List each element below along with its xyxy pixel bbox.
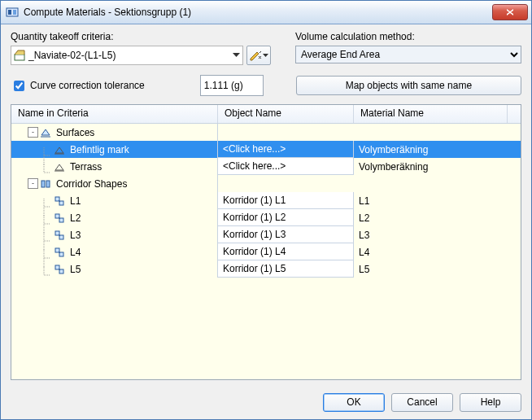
tree-expander[interactable]: -	[28, 127, 38, 138]
object-name-cell[interactable]: <Click here...>	[218, 158, 354, 175]
material-name-cell[interactable]: Volymberäkning	[354, 158, 521, 175]
shape-icon	[54, 230, 65, 241]
object-name-cell[interactable]: Korridor (1) L4	[218, 243, 354, 260]
qto-criteria-edit-button[interactable]	[246, 46, 271, 65]
material-name-cell[interactable]: Volymberäkning	[354, 141, 521, 158]
tree-item-row[interactable]: L1Korridor (1) L1L1	[11, 192, 521, 209]
qto-criteria-value: _Naviate-02-(L1-L5)	[28, 50, 116, 61]
surface-icon	[54, 144, 65, 155]
tree-expander[interactable]: -	[28, 178, 38, 189]
object-name-cell[interactable]: Korridor (1) L1	[218, 192, 354, 209]
tree-node-label: Terrass	[70, 161, 102, 173]
pencil-icon	[249, 49, 262, 62]
svg-rect-2	[13, 10, 16, 15]
tree-node-label: Surfaces	[56, 127, 94, 138]
surface-group-icon	[40, 127, 51, 138]
shape-icon	[54, 212, 65, 224]
qto-criteria-dropdown[interactable]: _Naviate-02-(L1-L5)	[11, 46, 243, 65]
tree-item-row[interactable]: L5Korridor (1) L5L5	[11, 260, 521, 278]
map-objects-button[interactable]: Map objects with same name	[296, 76, 521, 95]
tree-item-row[interactable]: L4Korridor (1) L4L4	[11, 243, 521, 260]
surface-icon	[54, 161, 65, 173]
tree-node-label: Befintlig mark	[70, 144, 129, 155]
col-header-object[interactable]: Object Name	[218, 105, 354, 123]
tree-node-label: L2	[70, 212, 81, 224]
material-name-cell[interactable]: L4	[354, 243, 521, 260]
grid-body[interactable]: -SurfacesBefintlig mark<Click here...>Vo…	[11, 124, 521, 379]
materials-grid: Name in Criteria Object Name Material Na…	[11, 104, 521, 380]
curve-correction-value-input[interactable]	[200, 75, 264, 96]
shape-icon	[54, 264, 65, 275]
tree-node-label: L1	[70, 195, 81, 207]
tree-node-label: L4	[70, 247, 81, 258]
tree-node-label: Corridor Shapes	[56, 178, 127, 190]
window-title: Compute Materials - Sektionsgrupp (1)	[24, 7, 492, 18]
material-name-cell[interactable]: L2	[354, 209, 521, 226]
ok-button[interactable]: OK	[323, 393, 385, 412]
object-name-cell[interactable]: Korridor (1) L5	[218, 260, 354, 278]
shape-icon	[54, 195, 65, 207]
tree-item-row[interactable]: Terrass<Click here...>Volymberäkning	[11, 158, 521, 175]
dialog-content: Quantity takeoff criteria: _Naviate-02-(…	[1, 24, 531, 385]
criteria-icon	[14, 50, 25, 61]
titlebar: Compute Materials - Sektionsgrupp (1)	[1, 1, 531, 24]
svg-rect-10	[41, 181, 45, 187]
qto-criteria-label: Quantity takeoff criteria:	[11, 31, 271, 42]
object-name-cell[interactable]: Korridor (1) L3	[218, 226, 354, 243]
object-name-cell[interactable]: Korridor (1) L2	[218, 209, 354, 226]
dialog-footer: OK Cancel Help	[1, 385, 531, 419]
tree-node-label: L3	[70, 230, 81, 241]
curve-correction-label: Curve correction tolerance	[30, 80, 145, 91]
window-close-button[interactable]	[492, 4, 528, 20]
curve-correction-checkbox[interactable]: Curve correction tolerance	[11, 78, 145, 94]
shape-icon	[54, 247, 65, 258]
curve-correction-check-input[interactable]	[14, 81, 24, 91]
cancel-button[interactable]: Cancel	[391, 393, 453, 412]
object-name-cell[interactable]: <Click here...>	[218, 141, 354, 158]
material-name-cell[interactable]: L3	[354, 226, 521, 243]
tree-node-label: L5	[70, 264, 81, 275]
help-button[interactable]: Help	[460, 393, 521, 412]
material-name-cell[interactable]: L5	[354, 260, 521, 278]
svg-rect-11	[46, 181, 50, 187]
col-header-material[interactable]: Material Name	[354, 105, 508, 123]
chevron-down-icon	[263, 54, 268, 58]
dropdown-arrow-icon	[233, 53, 240, 58]
tree-group-row[interactable]: -Surfaces	[11, 124, 521, 141]
svg-marker-8	[55, 164, 63, 170]
tree-item-row[interactable]: L3Korridor (1) L3L3	[11, 226, 521, 243]
svg-rect-3	[15, 55, 24, 60]
close-icon	[506, 9, 514, 15]
svg-rect-1	[8, 10, 11, 15]
svg-line-17	[59, 217, 60, 219]
svg-line-20	[59, 234, 60, 236]
tree-item-row[interactable]: Befintlig mark<Click here...>Volymberäkn…	[11, 141, 521, 158]
volume-method-dropdown[interactable]: Average End Area	[295, 46, 521, 63]
material-name-cell[interactable]: L1	[354, 192, 521, 209]
app-icon	[6, 6, 19, 19]
svg-marker-4	[41, 129, 50, 135]
col-header-name[interactable]: Name in Criteria	[11, 105, 218, 123]
svg-line-14	[59, 200, 60, 202]
tree-item-row[interactable]: L2Korridor (1) L2L2	[11, 209, 521, 226]
svg-line-26	[59, 269, 60, 270]
svg-line-23	[59, 252, 60, 253]
tree-group-row[interactable]: -Corridor Shapes	[11, 175, 521, 192]
svg-marker-6	[55, 147, 63, 153]
grid-header: Name in Criteria Object Name Material Na…	[11, 105, 521, 124]
volume-method-label: Volume calculation method:	[295, 31, 521, 42]
dialog-window: Compute Materials - Sektionsgrupp (1) Qu…	[0, 0, 532, 420]
